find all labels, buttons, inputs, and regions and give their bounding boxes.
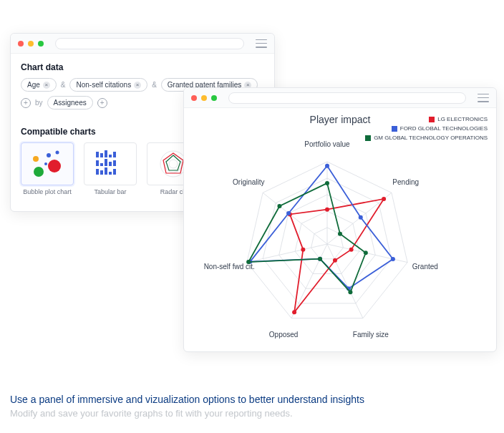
- svg-marker-54: [248, 183, 366, 292]
- caption-headline: Use a panel of immersive and vizualizati…: [10, 394, 364, 405]
- close-icon[interactable]: ×: [43, 82, 50, 89]
- caption: Use a panel of immersive and vizualizati…: [10, 394, 364, 419]
- window-close-dot[interactable]: [191, 95, 197, 101]
- svg-rect-9: [109, 155, 112, 157]
- radar-chart-window: Player impact LG ELECTRONICS FORD GLOBAL…: [183, 87, 497, 352]
- by-separator: by: [35, 99, 43, 107]
- axis-label: Originality: [233, 177, 264, 185]
- svg-point-43: [292, 310, 296, 314]
- axis-label: Portfolio value: [304, 140, 349, 147]
- svg-rect-16: [96, 169, 99, 175]
- window-min-dot[interactable]: [201, 95, 207, 101]
- svg-rect-11: [96, 160, 99, 166]
- chart-card-tabular[interactable]: Tabular bar: [84, 142, 137, 195]
- pill-assignees[interactable]: Assignees: [47, 96, 93, 110]
- svg-rect-19: [109, 172, 112, 175]
- close-icon[interactable]: ×: [134, 82, 141, 89]
- svg-point-42: [333, 258, 337, 263]
- add-groupby-button[interactable]: +: [97, 98, 107, 108]
- svg-rect-20: [113, 169, 116, 175]
- pill-label: Age: [27, 81, 40, 89]
- radar-svg: [184, 122, 498, 351]
- svg-line-35: [291, 244, 327, 318]
- svg-point-41: [349, 248, 354, 252]
- chart-card-label: Tabular bar: [84, 188, 137, 195]
- amp-separator: &: [61, 81, 66, 89]
- svg-marker-46: [250, 166, 393, 288]
- window-max-dot[interactable]: [211, 95, 217, 101]
- axis-label: Opposed: [269, 331, 299, 339]
- pill-label: Non-self citations: [76, 81, 131, 89]
- pill-age[interactable]: Age×: [21, 78, 57, 92]
- titlebar: [184, 88, 496, 108]
- axis-label: Non-self fwd cit.: [204, 263, 255, 271]
- svg-point-49: [391, 257, 395, 261]
- svg-rect-14: [109, 162, 112, 166]
- pill-label: Assignees: [54, 99, 87, 107]
- titlebar: [11, 34, 274, 54]
- svg-rect-13: [105, 159, 107, 166]
- url-bar[interactable]: [55, 38, 244, 49]
- chart-data-title: Chart data: [11, 54, 274, 78]
- svg-point-55: [325, 181, 329, 185]
- svg-line-34: [327, 244, 363, 318]
- svg-point-61: [277, 204, 281, 208]
- svg-point-56: [338, 232, 342, 236]
- svg-point-58: [348, 290, 352, 294]
- bubble-chart-icon: [21, 142, 74, 185]
- url-bar[interactable]: [228, 92, 466, 104]
- svg-point-0: [33, 156, 39, 162]
- svg-point-44: [301, 248, 305, 252]
- radar-chart-area: Player impact LG ELECTRONICS FORD GLOBAL…: [184, 108, 496, 351]
- axis-label: Family size: [353, 331, 389, 339]
- svg-rect-10: [113, 152, 116, 157]
- svg-point-48: [359, 215, 363, 220]
- axis-label: Pending: [392, 177, 419, 185]
- svg-point-39: [325, 208, 329, 212]
- svg-point-23: [169, 160, 178, 168]
- tabular-bar-icon: [84, 142, 137, 185]
- amp-separator: &: [152, 81, 157, 89]
- svg-rect-6: [96, 152, 99, 157]
- svg-rect-15: [113, 160, 116, 166]
- hamburger-icon[interactable]: [256, 39, 267, 48]
- chart-card-label: Bubble plot chart: [21, 188, 74, 195]
- svg-point-47: [325, 164, 329, 168]
- svg-point-5: [44, 162, 47, 165]
- svg-point-4: [34, 167, 44, 177]
- caption-sub: Modify and save your favorite graphs to …: [10, 408, 364, 419]
- window-min-dot[interactable]: [28, 41, 34, 47]
- svg-point-1: [47, 153, 51, 157]
- svg-rect-12: [100, 163, 103, 166]
- hamburger-icon[interactable]: [478, 94, 489, 102]
- svg-point-53: [286, 211, 291, 215]
- svg-point-57: [364, 250, 368, 255]
- svg-point-2: [56, 151, 59, 155]
- add-metric-button[interactable]: +: [21, 98, 31, 108]
- pill-nonself[interactable]: Non-self citations×: [69, 78, 147, 92]
- svg-point-59: [318, 257, 322, 261]
- svg-rect-8: [105, 150, 107, 157]
- svg-rect-17: [100, 170, 103, 175]
- svg-point-3: [48, 160, 61, 172]
- svg-rect-18: [105, 167, 107, 175]
- svg-rect-7: [100, 153, 103, 157]
- axis-label: Granted: [412, 263, 438, 271]
- svg-point-40: [382, 197, 386, 201]
- chart-card-bubble[interactable]: Bubble plot chart: [21, 142, 74, 195]
- window-close-dot[interactable]: [18, 41, 24, 47]
- window-max-dot[interactable]: [38, 41, 44, 47]
